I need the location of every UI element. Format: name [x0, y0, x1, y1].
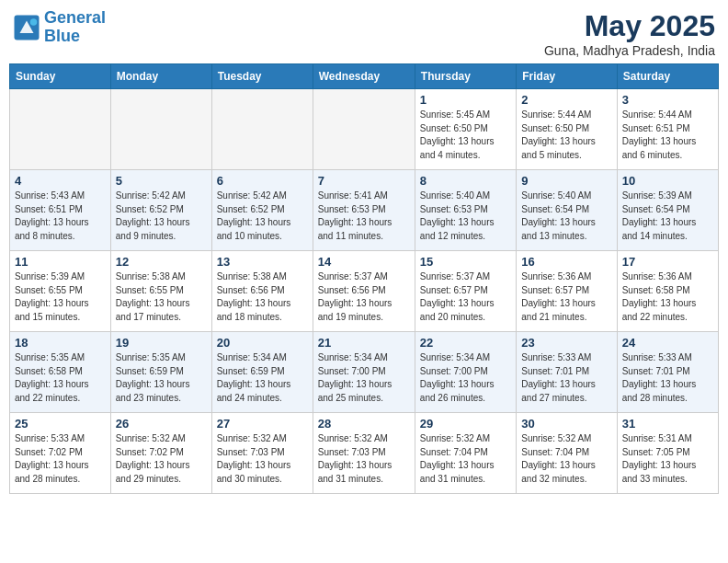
day-number: 25 [15, 417, 106, 431]
day-info: Sunrise: 5:44 AMSunset: 6:51 PMDaylight:… [622, 109, 713, 162]
calendar-cell: 27Sunrise: 5:32 AMSunset: 7:03 PMDayligh… [211, 413, 313, 494]
calendar-cell [10, 89, 111, 170]
day-number: 26 [116, 417, 207, 431]
calendar-cell: 15Sunrise: 5:37 AMSunset: 6:57 PMDayligh… [415, 251, 516, 332]
day-number: 28 [318, 417, 410, 431]
calendar-cell: 1Sunrise: 5:45 AMSunset: 6:50 PMDaylight… [415, 89, 516, 170]
day-info: Sunrise: 5:38 AMSunset: 6:55 PMDaylight:… [116, 270, 207, 324]
day-info: Sunrise: 5:32 AMSunset: 7:04 PMDaylight:… [521, 432, 611, 486]
calendar-cell: 28Sunrise: 5:32 AMSunset: 7:03 PMDayligh… [313, 413, 415, 494]
calendar-cell: 24Sunrise: 5:33 AMSunset: 7:01 PMDayligh… [617, 332, 718, 413]
day-number: 2 [521, 93, 611, 107]
calendar-cell [313, 89, 415, 170]
day-info: Sunrise: 5:35 AMSunset: 6:59 PMDaylight:… [116, 351, 207, 405]
calendar-cell: 13Sunrise: 5:38 AMSunset: 6:56 PMDayligh… [211, 251, 313, 332]
day-number: 5 [116, 174, 207, 188]
day-info: Sunrise: 5:34 AMSunset: 6:59 PMDaylight:… [217, 351, 308, 405]
calendar-week-row: 1Sunrise: 5:45 AMSunset: 6:50 PMDaylight… [10, 89, 719, 170]
month-title: May 2025 [544, 9, 715, 43]
day-info: Sunrise: 5:42 AMSunset: 6:52 PMDaylight:… [116, 190, 207, 243]
day-info: Sunrise: 5:34 AMSunset: 7:00 PMDaylight:… [420, 351, 511, 405]
calendar-cell: 23Sunrise: 5:33 AMSunset: 7:01 PMDayligh… [517, 332, 617, 413]
day-info: Sunrise: 5:32 AMSunset: 7:03 PMDaylight:… [318, 432, 410, 486]
day-number: 16 [521, 255, 611, 269]
day-number: 9 [521, 174, 611, 188]
day-number: 12 [116, 255, 207, 269]
day-info: Sunrise: 5:37 AMSunset: 6:56 PMDaylight:… [318, 270, 410, 324]
calendar-cell: 16Sunrise: 5:36 AMSunset: 6:57 PMDayligh… [517, 251, 617, 332]
svg-point-2 [30, 18, 38, 26]
day-number: 30 [521, 417, 611, 431]
day-info: Sunrise: 5:42 AMSunset: 6:52 PMDaylight:… [217, 190, 308, 243]
calendar-cell: 31Sunrise: 5:31 AMSunset: 7:05 PMDayligh… [617, 413, 718, 494]
day-number: 23 [521, 336, 611, 350]
day-info: Sunrise: 5:37 AMSunset: 6:57 PMDaylight:… [420, 270, 511, 324]
calendar-cell: 14Sunrise: 5:37 AMSunset: 6:56 PMDayligh… [313, 251, 415, 332]
calendar-cell: 9Sunrise: 5:40 AMSunset: 6:54 PMDaylight… [517, 170, 617, 251]
day-number: 21 [318, 336, 410, 350]
calendar-cell: 8Sunrise: 5:40 AMSunset: 6:53 PMDaylight… [415, 170, 516, 251]
weekday-header-row: SundayMondayTuesdayWednesdayThursdayFrid… [10, 64, 719, 89]
day-number: 31 [622, 417, 713, 431]
title-area: May 2025 Guna, Madhya Pradesh, India [544, 9, 715, 58]
calendar-cell: 20Sunrise: 5:34 AMSunset: 6:59 PMDayligh… [211, 332, 313, 413]
calendar-cell: 18Sunrise: 5:35 AMSunset: 6:58 PMDayligh… [10, 332, 111, 413]
day-number: 13 [217, 255, 308, 269]
calendar-cell [211, 89, 313, 170]
day-number: 27 [217, 417, 308, 431]
day-info: Sunrise: 5:38 AMSunset: 6:56 PMDaylight:… [217, 270, 308, 324]
day-info: Sunrise: 5:40 AMSunset: 6:54 PMDaylight:… [521, 190, 611, 243]
calendar-week-row: 11Sunrise: 5:39 AMSunset: 6:55 PMDayligh… [10, 251, 719, 332]
day-info: Sunrise: 5:34 AMSunset: 7:00 PMDaylight:… [318, 351, 410, 405]
calendar-cell: 26Sunrise: 5:32 AMSunset: 7:02 PMDayligh… [110, 413, 211, 494]
calendar-week-row: 18Sunrise: 5:35 AMSunset: 6:58 PMDayligh… [10, 332, 719, 413]
day-number: 10 [622, 174, 713, 188]
calendar-cell: 11Sunrise: 5:39 AMSunset: 6:55 PMDayligh… [10, 251, 111, 332]
day-info: Sunrise: 5:39 AMSunset: 6:54 PMDaylight:… [622, 190, 713, 243]
day-info: Sunrise: 5:39 AMSunset: 6:55 PMDaylight:… [15, 270, 106, 324]
logo-text: General Blue [44, 9, 106, 46]
day-info: Sunrise: 5:31 AMSunset: 7:05 PMDaylight:… [622, 432, 713, 486]
weekday-header-sunday: Sunday [10, 64, 111, 89]
weekday-header-tuesday: Tuesday [211, 64, 313, 89]
day-info: Sunrise: 5:35 AMSunset: 6:58 PMDaylight:… [15, 351, 106, 405]
day-number: 17 [622, 255, 713, 269]
calendar-week-row: 4Sunrise: 5:43 AMSunset: 6:51 PMDaylight… [10, 170, 719, 251]
logo-icon [13, 14, 40, 41]
day-info: Sunrise: 5:32 AMSunset: 7:02 PMDaylight:… [116, 432, 207, 486]
day-number: 11 [15, 255, 106, 269]
calendar-cell: 19Sunrise: 5:35 AMSunset: 6:59 PMDayligh… [110, 332, 211, 413]
day-info: Sunrise: 5:45 AMSunset: 6:50 PMDaylight:… [420, 109, 511, 162]
weekday-header-friday: Friday [517, 64, 617, 89]
day-number: 19 [116, 336, 207, 350]
day-number: 1 [420, 93, 511, 107]
calendar-cell: 3Sunrise: 5:44 AMSunset: 6:51 PMDaylight… [617, 89, 718, 170]
logo-line1: General [44, 8, 106, 27]
day-number: 15 [420, 255, 511, 269]
weekday-header-wednesday: Wednesday [313, 64, 415, 89]
day-info: Sunrise: 5:33 AMSunset: 7:01 PMDaylight:… [622, 351, 713, 405]
day-info: Sunrise: 5:33 AMSunset: 7:01 PMDaylight:… [521, 351, 611, 405]
calendar-cell: 7Sunrise: 5:41 AMSunset: 6:53 PMDaylight… [313, 170, 415, 251]
day-info: Sunrise: 5:32 AMSunset: 7:04 PMDaylight:… [420, 432, 511, 486]
day-number: 29 [420, 417, 511, 431]
day-info: Sunrise: 5:40 AMSunset: 6:53 PMDaylight:… [420, 190, 511, 243]
day-number: 24 [622, 336, 713, 350]
day-info: Sunrise: 5:43 AMSunset: 6:51 PMDaylight:… [15, 190, 106, 243]
day-number: 14 [318, 255, 410, 269]
day-info: Sunrise: 5:36 AMSunset: 6:58 PMDaylight:… [622, 270, 713, 324]
day-number: 22 [420, 336, 511, 350]
calendar-cell: 5Sunrise: 5:42 AMSunset: 6:52 PMDaylight… [110, 170, 211, 251]
day-number: 20 [217, 336, 308, 350]
calendar-cell: 21Sunrise: 5:34 AMSunset: 7:00 PMDayligh… [313, 332, 415, 413]
calendar-cell: 10Sunrise: 5:39 AMSunset: 6:54 PMDayligh… [617, 170, 718, 251]
calendar-cell: 25Sunrise: 5:33 AMSunset: 7:02 PMDayligh… [10, 413, 111, 494]
calendar-cell: 2Sunrise: 5:44 AMSunset: 6:50 PMDaylight… [517, 89, 617, 170]
day-number: 18 [15, 336, 106, 350]
weekday-header-thursday: Thursday [415, 64, 516, 89]
calendar-cell: 17Sunrise: 5:36 AMSunset: 6:58 PMDayligh… [617, 251, 718, 332]
weekday-header-saturday: Saturday [617, 64, 718, 89]
weekday-header-monday: Monday [110, 64, 211, 89]
day-info: Sunrise: 5:32 AMSunset: 7:03 PMDaylight:… [217, 432, 308, 486]
calendar-cell: 4Sunrise: 5:43 AMSunset: 6:51 PMDaylight… [10, 170, 111, 251]
